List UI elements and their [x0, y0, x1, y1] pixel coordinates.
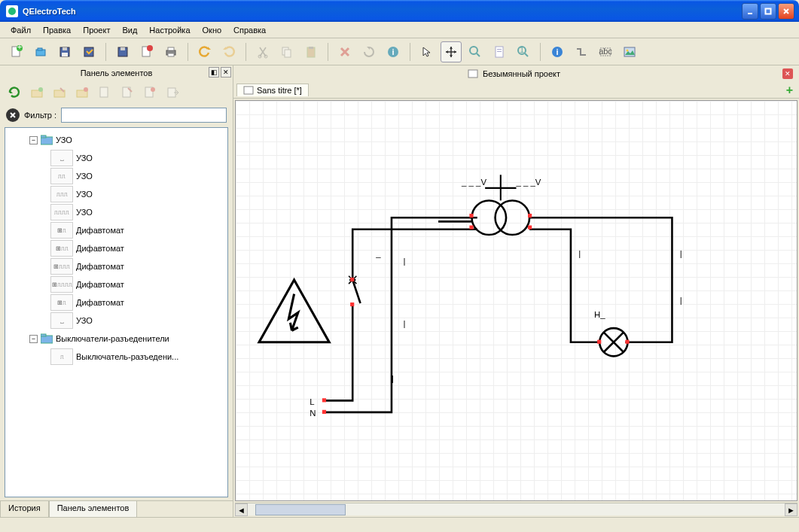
tree-item[interactable]: ⎍⎍⎍УЗО: [8, 185, 226, 203]
element-thumb: ⎍: [50, 348, 73, 365]
menu-window[interactable]: Окно: [197, 24, 228, 36]
tree-item[interactable]: ⊞⎍⎍⎍⎍Дифавтомат: [8, 275, 226, 293]
tab-elements[interactable]: Панель элементов: [49, 500, 138, 517]
info-button[interactable]: i: [547, 41, 568, 62]
tree-item[interactable]: ⊞⎍⎍⎍Дифавтомат: [8, 257, 226, 275]
svg-point-29: [470, 47, 477, 54]
tree-item[interactable]: ⎵УЗО: [8, 149, 226, 167]
tree-item[interactable]: ⎍⎍УЗО: [8, 167, 226, 185]
scrollbar-thumb[interactable]: [255, 504, 346, 515]
redo-button[interactable]: [218, 41, 239, 62]
copy-button[interactable]: [276, 41, 297, 62]
help-button[interactable]: i: [383, 41, 404, 62]
svg-point-51: [151, 87, 155, 92]
sheet-tab[interactable]: Sans titre [*]: [236, 84, 309, 96]
elements-tree[interactable]: − УЗО ⎵УЗО ⎍⎍УЗО ⎍⎍⎍УЗО ⎍⎍⎍⎍УЗО ⊞⎍Дифавт…: [5, 127, 228, 497]
main-toolbar: + i 1 i abc: [0, 38, 799, 65]
tree-label: УЗО: [76, 172, 93, 181]
project-icon: [468, 68, 478, 79]
tree-category[interactable]: − УЗО: [8, 131, 226, 149]
svg-text:|: |: [403, 319, 405, 328]
menu-settings[interactable]: Настройка: [143, 24, 196, 36]
svg-rect-32: [497, 49, 502, 50]
zoomfit-tool[interactable]: 1: [513, 41, 534, 62]
scroll-left-button[interactable]: ◄: [235, 503, 248, 516]
element-thumb: ⊞⎍: [50, 222, 73, 239]
tree-item[interactable]: ⊞⎍⎍Дифавтомат: [8, 239, 226, 257]
text-tool[interactable]: abc: [595, 41, 616, 62]
schematic-canvas[interactable]: L N _ _ _V _ _ _V H_ _ | | | | |: [235, 100, 797, 501]
rotate-button[interactable]: [358, 41, 380, 62]
close-project-tab[interactable]: ✕: [782, 68, 793, 79]
project-tab[interactable]: Безымянный проект: [245, 67, 782, 81]
maximize-button[interactable]: [760, 3, 776, 20]
wire-tool[interactable]: [571, 41, 592, 62]
panel-toolbar: [0, 81, 233, 105]
svg-rect-65: [350, 302, 354, 306]
svg-text:+: +: [17, 45, 22, 51]
svg-rect-70: [597, 340, 601, 344]
pointer-tool[interactable]: [416, 41, 438, 62]
undo-button[interactable]: [194, 41, 215, 62]
svg-rect-15: [120, 47, 125, 50]
label-L: L: [310, 397, 314, 406]
tree-label: УЗО: [76, 190, 93, 199]
tree-item[interactable]: ⊞⎍Дифавтомат: [8, 293, 226, 312]
paste-button[interactable]: [300, 41, 322, 62]
refresh-button[interactable]: [5, 83, 24, 102]
saveas-button[interactable]: [78, 41, 99, 62]
tree-item[interactable]: ⊞⎍Дифавтомат: [8, 221, 226, 239]
delete-button[interactable]: [334, 41, 355, 62]
element-thumb: ⎵: [50, 150, 73, 166]
save-button[interactable]: [54, 41, 75, 62]
tab-history[interactable]: История: [0, 500, 49, 517]
svg-rect-58: [244, 87, 253, 94]
sheet-tabs: Sans titre [*] +: [233, 82, 799, 99]
image-tool[interactable]: [619, 41, 640, 62]
new-button[interactable]: +: [6, 41, 27, 62]
filter-clear-icon[interactable]: [6, 108, 20, 122]
tree-category[interactable]: − Выключатели-разъеденители: [8, 330, 226, 348]
add-sheet-button[interactable]: +: [780, 84, 799, 97]
svg-point-60: [496, 200, 530, 235]
menu-help[interactable]: Справка: [227, 24, 272, 36]
save2-button[interactable]: [112, 41, 133, 62]
element-thumb: ⊞⎍: [50, 294, 73, 311]
svg-line-36: [525, 53, 528, 56]
edit-element-button[interactable]: [117, 83, 137, 102]
menu-edit[interactable]: Правка: [37, 24, 77, 36]
filter-input[interactable]: [61, 108, 227, 123]
new-element-button[interactable]: [95, 83, 114, 102]
panel-float-button[interactable]: ◧: [209, 67, 219, 78]
menu-file[interactable]: Файл: [5, 24, 37, 36]
project-tab-label: Безымянный проект: [483, 69, 560, 78]
panel-close-button[interactable]: ✕: [221, 67, 231, 78]
menu-project[interactable]: Проект: [77, 24, 116, 36]
collapse-icon[interactable]: −: [29, 335, 38, 343]
page-tool[interactable]: [489, 41, 510, 62]
tree-item[interactable]: ⎍⎍⎍⎍УЗО: [8, 203, 226, 221]
tree-item[interactable]: ⎵УЗО: [8, 312, 226, 330]
svg-point-47: [84, 87, 88, 92]
open-button[interactable]: [30, 41, 51, 62]
delete-folder-button[interactable]: [72, 83, 92, 102]
cut-button[interactable]: [252, 41, 273, 62]
print-button[interactable]: [160, 41, 181, 62]
edit-folder-button[interactable]: [50, 83, 69, 102]
new-folder-button[interactable]: [27, 83, 47, 102]
menu-view[interactable]: Вид: [116, 24, 143, 36]
move-tool[interactable]: [441, 41, 462, 62]
svg-text:_ _ _V: _ _ _V: [516, 178, 541, 187]
close-button[interactable]: [778, 3, 794, 20]
delete-element-button[interactable]: [140, 83, 160, 102]
minimize-button[interactable]: [742, 3, 758, 20]
zoom-tool[interactable]: [465, 41, 486, 62]
collapse-icon[interactable]: −: [29, 136, 38, 144]
svg-text:|: |: [392, 374, 394, 383]
scroll-right-button[interactable]: ►: [785, 503, 797, 516]
svg-text:|: |: [680, 296, 682, 305]
close-project-button[interactable]: [136, 41, 157, 62]
tree-item[interactable]: ⎍Выключатель-разъедени...: [8, 348, 226, 366]
horizontal-scrollbar[interactable]: ◄ ►: [235, 503, 797, 515]
import-button[interactable]: [163, 83, 182, 102]
